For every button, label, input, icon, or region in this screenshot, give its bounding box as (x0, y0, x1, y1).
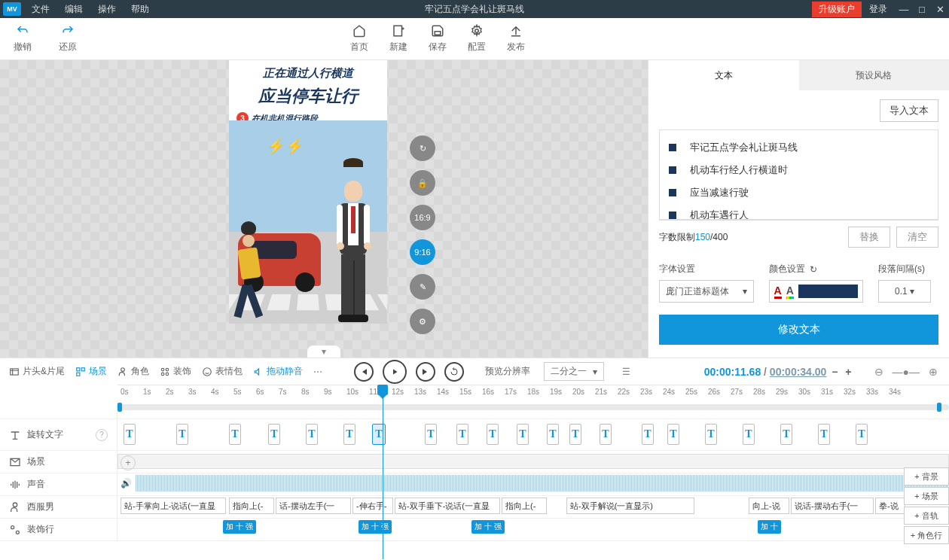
import-text-button[interactable]: 导入文本 (880, 99, 938, 122)
speaker-icon[interactable]: 🔊 (121, 478, 132, 488)
text-clip[interactable]: T (456, 424, 468, 445)
line-item[interactable]: 牢记五点学会礼让斑马线 (669, 136, 929, 159)
aspect-916[interactable]: 9:16 (410, 239, 435, 265)
config-button[interactable]: 配置 (468, 24, 486, 53)
th-drag-mute[interactable]: 拖动静音 (253, 365, 303, 378)
clear-button[interactable]: 清空 (896, 227, 938, 248)
action-clip[interactable]: 站-双手解说(一直显示) (566, 498, 694, 514)
deco-chip[interactable]: 加 十 (758, 520, 781, 534)
deco-chip[interactable]: 加 十 强 (471, 520, 505, 534)
minimize-button[interactable]: — (895, 4, 913, 15)
settings-tool[interactable]: ⚙ (410, 309, 435, 334)
menu-file[interactable]: 文件 (24, 3, 57, 16)
save-button[interactable]: 保存 (429, 24, 447, 53)
th-scene[interactable]: 场景 (75, 365, 107, 378)
text-clip[interactable]: T (268, 424, 280, 445)
th-head-tail[interactable]: 片头&片尾 (9, 365, 65, 378)
th-emoji[interactable]: 表情包 (202, 365, 243, 378)
menu-edit[interactable]: 编辑 (57, 3, 90, 16)
zoom-slider[interactable]: —●— (890, 366, 922, 378)
tab-text[interactable]: 文本 (648, 60, 799, 90)
text-clip[interactable]: T (856, 424, 868, 445)
time-minus[interactable]: − (829, 366, 840, 378)
maximize-button[interactable]: □ (913, 4, 931, 15)
text-clip[interactable]: T (743, 424, 755, 445)
modify-text-button[interactable]: 修改文本 (659, 315, 938, 345)
action-clip[interactable]: 话-摆动左手(一 (276, 498, 351, 514)
lock-tool[interactable]: 🔒 (410, 170, 435, 196)
close-button[interactable]: ✕ (931, 4, 949, 15)
line-item[interactable]: 机动车行经人行横道时 (669, 159, 929, 181)
action-clip[interactable]: 站-双手垂下-说话(一直显 (395, 498, 500, 514)
collapse-toggle[interactable]: ▾ (307, 345, 340, 358)
help-icon[interactable]: ? (96, 429, 108, 441)
home-button[interactable]: 首页 (350, 24, 368, 53)
action-clip[interactable]: 指向上(- (502, 498, 547, 514)
text-clip[interactable]: T (818, 424, 830, 445)
edit-tool[interactable]: ✎ (410, 274, 435, 300)
text-clip[interactable]: T (705, 424, 717, 445)
add-bg-button[interactable]: + 背景 (904, 467, 949, 485)
preview-select[interactable]: 二分之一▾ (544, 362, 604, 381)
loop-button[interactable] (444, 362, 464, 382)
deco-chip[interactable]: 加 十 强 (359, 520, 392, 534)
text-clip[interactable]: T (667, 424, 679, 445)
layers-icon[interactable]: ☰ (622, 367, 630, 377)
action-clip[interactable]: 站-手掌向上-说话(一直显 (121, 498, 226, 514)
action-clip[interactable]: 向上-说 (749, 498, 789, 514)
text-clip[interactable]: T (343, 424, 355, 445)
text-clip[interactable]: T (600, 424, 612, 445)
undo-button[interactable]: 撤销 (14, 24, 32, 53)
text-clip[interactable]: T (569, 424, 581, 445)
canvas[interactable]: 正在通过人行横道 应当停车让行 3 在机非机混行路段 ⚡⚡ (229, 60, 387, 358)
th-deco[interactable]: 装饰 (160, 365, 191, 378)
text-line-list[interactable]: 牢记五点学会礼让斑马线 机动车行经人行横道时 应当减速行驶 机动车遇行人 (659, 129, 938, 220)
add-scene-button[interactable]: + (121, 455, 136, 470)
redo-button[interactable]: 还原 (59, 24, 77, 53)
color-swatch[interactable] (798, 285, 858, 298)
play-button[interactable] (383, 360, 407, 384)
add-scene-button2[interactable]: + 场景 (904, 487, 949, 505)
action-clip[interactable]: -伸右手- (352, 498, 393, 514)
text-clip[interactable]: T (229, 424, 241, 445)
new-button[interactable]: 新建 (389, 24, 407, 53)
time-ruler[interactable]: 0s1s2s3s4s5s6s7s8s9s10s11s12s13s14s15s16… (117, 385, 949, 401)
menu-help[interactable]: 帮助 (124, 3, 157, 16)
font-select[interactable]: 庞门正道标题体▾ (659, 280, 754, 303)
playhead[interactable] (383, 385, 383, 559)
action-clip[interactable]: 指向上(- (229, 498, 274, 514)
zoom-out-icon[interactable]: ⊖ (872, 366, 886, 378)
login-button[interactable]: 登录 (862, 3, 895, 16)
aspect-169[interactable]: 16:9 (410, 205, 435, 230)
next-button[interactable] (416, 362, 435, 382)
text-clip[interactable]: T (124, 424, 136, 445)
deco-chip[interactable]: 加 十 强 (223, 520, 256, 534)
add-role-button[interactable]: + 角色行 (904, 526, 949, 544)
th-role[interactable]: 角色 (117, 365, 149, 378)
tab-preset[interactable]: 预设风格 (799, 60, 950, 90)
text-clip[interactable]: T (425, 424, 437, 445)
text-clip[interactable]: T (517, 424, 529, 445)
more-icon[interactable]: ⋯ (313, 367, 322, 377)
add-audio-button[interactable]: + 音轨 (904, 507, 949, 525)
menu-action[interactable]: 操作 (90, 3, 124, 16)
text-clip[interactable]: T (306, 424, 318, 445)
text-clip[interactable]: T (487, 424, 499, 445)
text-clip[interactable]: T (176, 424, 188, 445)
zoom-in-icon[interactable]: ⊕ (926, 366, 940, 378)
text-clip[interactable]: T (642, 424, 654, 445)
text-clip[interactable]: T (780, 424, 792, 445)
time-total[interactable]: 00:00:34.00 (770, 366, 827, 378)
action-clip[interactable]: 拳-说 (875, 498, 905, 514)
text-clip[interactable]: T (372, 424, 386, 445)
para-interval-input[interactable]: 0.1 ▾ (878, 280, 931, 303)
color-select[interactable]: AA (769, 280, 864, 303)
prev-button[interactable] (354, 362, 374, 382)
action-clip[interactable]: 说话-摆动右手(一 (791, 498, 874, 514)
line-item[interactable]: 机动车遇行人 (669, 204, 929, 220)
rotate-tool[interactable]: ↻ (410, 135, 435, 161)
time-plus[interactable]: + (843, 366, 853, 378)
line-item[interactable]: 应当减速行驶 (669, 181, 929, 204)
publish-button[interactable]: 发布 (507, 24, 525, 53)
upgrade-button[interactable]: 升级账户 (812, 2, 862, 17)
